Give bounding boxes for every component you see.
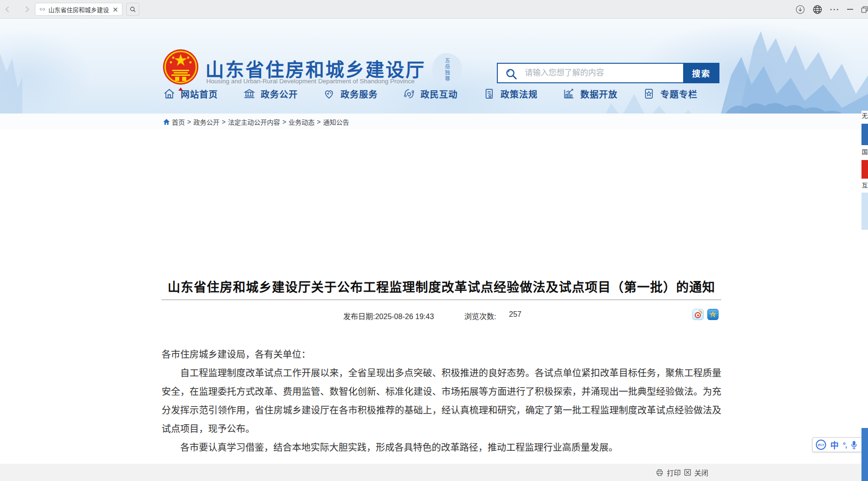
ime-language-toggle[interactable]: 中 [830, 439, 839, 451]
nav-item-home[interactable]: 网站首页 [163, 87, 218, 100]
downloads-icon[interactable] [794, 4, 806, 15]
bar-chart-icon [563, 87, 575, 100]
mountain-seal-stone: 五岳独尊 [432, 53, 462, 87]
address-search-icon[interactable] [126, 3, 139, 16]
article-meta: 发布日期:2025-08-26 19:43 浏览次数: 257 z [162, 309, 721, 321]
link-icon [39, 6, 46, 13]
restore-window-icon[interactable] [858, 4, 868, 15]
site-header: 五岳独尊 山东省住房和城乡建设厅 Housing and Urban-Rural… [0, 19, 868, 114]
breadcrumb-band [0, 114, 868, 129]
nav-item-policies[interactable]: 政策法规 [483, 87, 538, 100]
close-page-button[interactable]: 关闭 [694, 468, 708, 477]
nav-item-gov-services[interactable]: 政务服务 [323, 87, 378, 100]
breadcrumb-item[interactable]: 法定主动公开内容 [228, 117, 280, 127]
star-document-icon [643, 87, 655, 100]
share-qzone-icon[interactable]: z [707, 309, 719, 320]
breadcrumb-item[interactable]: 首页 [172, 117, 185, 127]
ime-toolbar: iFLY 中 °, [812, 437, 868, 452]
site-search: 搜索 [497, 63, 719, 83]
home-icon [163, 87, 176, 100]
tab-close-icon[interactable]: ✕ [112, 6, 118, 13]
seal-text: 五岳独尊 [443, 58, 451, 82]
ime-logo-icon[interactable]: iFLY [816, 440, 826, 450]
paragraph-main: 自工程监理制度改革试点工作开展以来，全省呈现出多点突破、积极推进的良好态势。各试… [162, 364, 721, 438]
print-button[interactable]: 打印 [667, 468, 681, 477]
national-emblem-logo [163, 47, 198, 91]
search-button[interactable]: 搜索 [683, 63, 719, 83]
minimize-window-icon[interactable] [844, 4, 856, 15]
title-divider [162, 300, 721, 300]
breadcrumb-home-icon [163, 119, 170, 125]
article-body: 各市住房城乡建设局，各有关单位： 自工程监理制度改革试点工作开展以来，全省呈现出… [162, 345, 721, 457]
views-label: 浏览次数: [464, 310, 496, 321]
government-building-icon [243, 87, 256, 100]
search-icon [505, 68, 518, 80]
nav-item-gov-info[interactable]: 政务公开 [243, 87, 298, 100]
landscape-painting-right [721, 20, 868, 114]
nav-item-open-data[interactable]: 数据开放 [563, 87, 617, 100]
policy-document-icon [483, 87, 495, 100]
browser-tab[interactable]: 山东省住房和城乡建设厅 通知 ✕ [35, 3, 122, 16]
close-page-icon[interactable] [684, 469, 691, 476]
footer-bar: 打印 关闭 [0, 464, 868, 481]
views-count: 257 [509, 310, 522, 319]
publish-date: 发布日期:2025-08-26 19:43 [343, 310, 434, 321]
article-area: 山东省住房和城乡建设厅关于公布工程监理制度改革试点经验做法及试点项目（第一批）的… [0, 129, 868, 464]
paragraph-closing: 各市要认真学习借鉴，结合本地实际大胆实践，形成各具特色的改革路径，推动工程监理行… [162, 438, 721, 457]
paragraph-salutation: 各市住房城乡建设局，各有关单位： [162, 345, 721, 364]
breadcrumb: 首页> 政务公开> 法定主动公开内容> 业务动态> 通知公告 [163, 117, 349, 127]
nav-item-special-topics[interactable]: 专题专栏 [643, 87, 698, 100]
print-icon[interactable] [656, 469, 664, 476]
browser-back-icon[interactable] [2, 4, 13, 15]
breadcrumb-item[interactable]: 业务动态 [289, 117, 315, 127]
ime-punctuation-toggle[interactable]: °, [843, 441, 847, 449]
site-subtitle: Housing and Urban-Rural Development Depa… [206, 78, 414, 85]
handshake-heart-icon [323, 87, 335, 100]
browser-toolbar: 山东省住房和城乡建设厅 通知 ✕ [0, 0, 868, 19]
tab-title: 山东省住房和城乡建设厅 通知 [48, 5, 109, 14]
more-menu-icon[interactable] [828, 4, 840, 15]
breadcrumb-item[interactable]: 政务公开 [193, 117, 219, 127]
share-weibo-icon[interactable] [692, 309, 704, 320]
browser-forward-icon[interactable] [21, 4, 33, 15]
main-nav: 网站首页 政务公开 政务服务 政民互动 政策法规 数据开放 专题专栏 [163, 87, 698, 100]
article-title: 山东省住房和城乡建设厅关于公布工程监理制度改革试点经验做法及试点项目（第一批）的… [162, 277, 721, 295]
nav-item-public-interaction[interactable]: 政民互动 [403, 87, 458, 100]
ime-microphone-icon[interactable] [851, 441, 857, 449]
search-input[interactable] [498, 64, 683, 82]
breadcrumb-item[interactable]: 通知公告 [323, 117, 349, 127]
heart-circle-icon [403, 87, 415, 100]
globe-icon[interactable] [811, 4, 823, 15]
